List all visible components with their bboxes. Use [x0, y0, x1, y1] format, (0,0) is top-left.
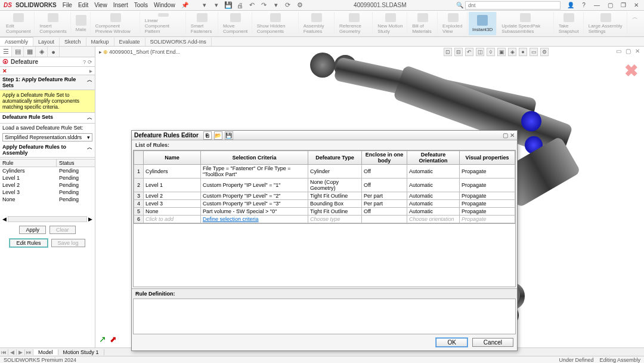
fm-tab-display-icon[interactable]: ◈	[36, 47, 48, 57]
th-name[interactable]: Name	[144, 151, 201, 165]
th-visual[interactable]: Visual properties	[460, 151, 515, 165]
fm-tab-tree-icon[interactable]: ☰	[0, 47, 12, 57]
menu-file[interactable]: File	[63, 2, 72, 8]
section-view-icon[interactable]: ◫	[476, 48, 484, 56]
maximize-icon[interactable]: ▢	[606, 2, 614, 8]
redo-icon[interactable]: ↷	[260, 1, 268, 10]
tab-model[interactable]: Model	[33, 349, 58, 355]
table-row[interactable]: NonePending	[0, 196, 95, 203]
hide-show-icon[interactable]: ◈	[508, 48, 516, 56]
ok-button[interactable]: OK	[436, 338, 467, 347]
tab-motion-study[interactable]: Motion Study 1	[58, 349, 104, 355]
flyout-tree[interactable]: ▸ ⊕ 40099001_Short (Front End...	[99, 49, 180, 55]
cmd-assembly-features[interactable]: Assembly Features	[300, 12, 335, 35]
apply-button[interactable]: Apply	[19, 226, 46, 234]
cmd-mate[interactable]: Mate	[72, 12, 91, 35]
mdi-min-icon[interactable]: ▭	[614, 48, 623, 54]
cmd-show-hidden[interactable]: Show Hidden Components	[253, 12, 299, 35]
tab-markup[interactable]: Markup	[86, 38, 114, 46]
display-style-icon[interactable]: ▣	[497, 48, 506, 56]
menu-insert[interactable]: Insert	[113, 2, 128, 8]
table-row[interactable]: Level 1Pending	[0, 174, 95, 182]
pm-next-icon[interactable]: ▸	[89, 68, 92, 74]
mdi-close-icon[interactable]: ✕	[633, 48, 642, 54]
undo-icon[interactable]: ↶	[248, 1, 256, 10]
scroll-left-icon[interactable]: ◀	[2, 216, 7, 222]
cmd-bom[interactable]: Bill of Materials	[408, 12, 438, 35]
menu-tools[interactable]: Tools	[134, 2, 148, 8]
cancel-preview-icon[interactable]: ✖	[624, 61, 638, 81]
cmd-instant3d[interactable]: Instant3D	[469, 12, 497, 35]
dialog-close-icon[interactable]: ✕	[510, 132, 515, 139]
pm-section-apply[interactable]: Apply Defeature Rules to Assembly ︿	[0, 143, 95, 158]
cancel-button[interactable]: Cancel	[472, 338, 513, 347]
table-row[interactable]: 3Level 2Custom Property "IP Level" = "2"…	[134, 192, 515, 200]
select-icon[interactable]: ▾	[272, 1, 280, 10]
cmd-exploded-view[interactable]: Exploded View	[439, 12, 467, 35]
dialog-titlebar[interactable]: Defeature Rules Editor ⎘ 📂 💾 ▢ ✕	[132, 131, 517, 140]
pm-cancel-icon[interactable]: ✕	[2, 68, 7, 74]
cmd-insert-components[interactable]: Insert Components	[36, 12, 70, 35]
save-log-button[interactable]: Save log	[51, 239, 85, 247]
table-row[interactable]: 2Level 1Custom Property "IP Level" = "1"…	[134, 179, 515, 192]
pm-pin-icon[interactable]: ⟳	[88, 59, 92, 65]
fm-tab-property-icon[interactable]: ▤	[12, 47, 24, 57]
pm-help-icon[interactable]: ?	[83, 59, 86, 65]
pm-ruleset-dropdown[interactable]: Simplified Representation.slddrs ▾	[2, 133, 92, 141]
cmd-reference-geometry[interactable]: Reference Geometry	[336, 12, 373, 35]
prev-view-icon[interactable]: ↶	[465, 48, 473, 56]
view-orient-icon[interactable]: ◊	[487, 48, 495, 56]
table-row[interactable]: 1CylindersFile Type = "Fastener" Or File…	[134, 165, 515, 179]
table-row-new[interactable]: 6Click to addDefine selection criteriaCh…	[134, 216, 515, 223]
table-row[interactable]: 5NonePart volume - SW Special > "0"Tight…	[134, 208, 515, 216]
tab-last-icon[interactable]: ⏭	[25, 349, 33, 355]
tab-sketch[interactable]: Sketch	[60, 38, 86, 46]
table-row[interactable]: Level 3Pending	[0, 189, 95, 196]
save-icon[interactable]: 💾	[224, 1, 233, 10]
minimize-icon[interactable]: —	[593, 2, 601, 8]
close-icon[interactable]: ✕	[632, 2, 640, 8]
table-row[interactable]: CylindersPending	[0, 167, 95, 174]
menu-pin-icon[interactable]: 📌	[181, 2, 188, 8]
view-triad[interactable]	[99, 326, 117, 344]
dialog-max-icon[interactable]: ▢	[503, 132, 508, 139]
new-icon[interactable]: ▾	[200, 1, 209, 10]
zoom-fit-icon[interactable]: ⊡	[444, 48, 452, 56]
table-row[interactable]: Level 2Pending	[0, 182, 95, 189]
th-enclose[interactable]: Enclose in one body	[362, 151, 407, 165]
save-rule-icon[interactable]: 💾	[225, 131, 233, 140]
scroll-right-icon[interactable]: ▶	[88, 216, 92, 222]
th-type[interactable]: Defeature Type	[308, 151, 362, 165]
search-input[interactable]	[465, 1, 561, 10]
open-icon[interactable]: ▾	[212, 1, 221, 10]
mdi-max-icon[interactable]: ▢	[624, 48, 632, 54]
pm-section-rulesets[interactable]: Defeature Rule Sets ︿	[0, 113, 95, 124]
tab-first-icon[interactable]: ⏮	[0, 349, 8, 355]
cmd-motion-study[interactable]: New Motion Study	[374, 12, 407, 35]
pm-step-header[interactable]: Step 1: Apply Defeature Rule Sets ︿	[0, 75, 95, 90]
cmd-large-assembly[interactable]: Large Assembly Settings	[585, 12, 627, 35]
scene-icon[interactable]: ▭	[530, 48, 538, 56]
tab-layout[interactable]: Layout	[33, 38, 60, 46]
tab-next-icon[interactable]: ▶	[17, 349, 25, 355]
restore-icon[interactable]: ❐	[619, 2, 627, 8]
cmd-snapshot[interactable]: Take Snapshot	[555, 12, 584, 35]
zoom-area-icon[interactable]: ⊟	[454, 48, 463, 56]
edit-rules-button[interactable]: Edit Rules	[10, 239, 47, 247]
login-icon[interactable]: 👤	[566, 2, 575, 8]
expand-icon[interactable]: ▸	[99, 49, 102, 55]
menu-window[interactable]: Window	[154, 2, 175, 8]
open-rule-icon[interactable]: 📂	[214, 131, 222, 140]
fm-tab-config-icon[interactable]: ▦	[24, 47, 36, 57]
th-criteria[interactable]: Selection Criteria	[201, 151, 308, 165]
tab-prev-icon[interactable]: ◀	[8, 349, 17, 355]
cmd-smart-fasteners[interactable]: Smart Fasteners	[187, 12, 218, 35]
help-icon[interactable]: ?	[580, 2, 588, 8]
cmd-linear-pattern[interactable]: Linear Component Pattern	[141, 12, 186, 35]
cmd-move-component[interactable]: Move Component	[219, 12, 252, 35]
cmd-speedpak[interactable]: Update SpeedPak Subassemblies	[498, 12, 553, 35]
appearance-icon[interactable]: ●	[519, 48, 527, 56]
menu-edit[interactable]: Edit	[78, 2, 88, 8]
print-icon[interactable]: 🖨	[236, 1, 244, 10]
collapse-ribbon-icon[interactable]: ︿	[628, 12, 642, 35]
